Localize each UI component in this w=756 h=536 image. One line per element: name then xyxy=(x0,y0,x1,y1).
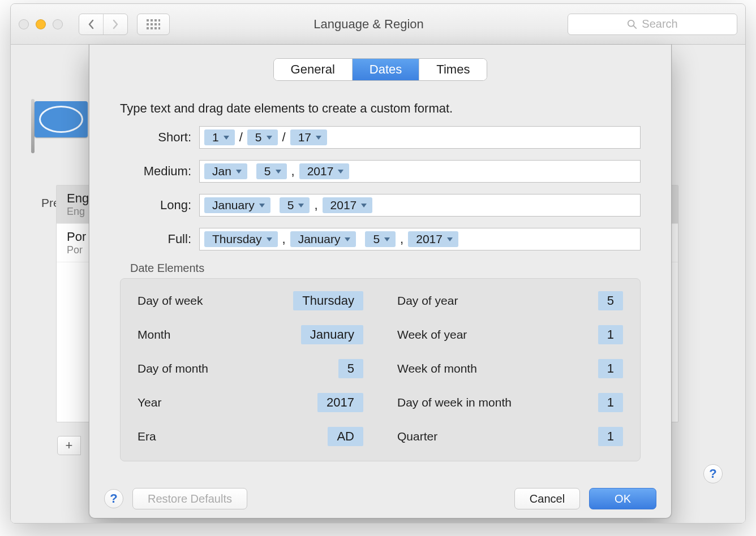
chevron-down-icon xyxy=(316,136,321,140)
token-year-2digit[interactable]: 17 xyxy=(290,129,327,145)
token-month-abbrev[interactable]: Jan xyxy=(204,163,247,179)
chip-week-of-month[interactable]: 1 xyxy=(598,359,623,378)
chip-day-of-month[interactable]: 5 xyxy=(338,359,363,378)
chip-month[interactable]: January xyxy=(301,325,363,344)
chevron-down-icon xyxy=(384,237,390,241)
format-label-long: Long: xyxy=(120,198,199,213)
svg-rect-3 xyxy=(158,19,160,21)
token-month-full[interactable]: January xyxy=(290,231,356,247)
token-day[interactable]: 5 xyxy=(247,129,278,145)
element-year: Year 2017 xyxy=(138,393,363,412)
element-week-of-year: Week of year 1 xyxy=(397,325,623,344)
search-icon xyxy=(627,19,637,29)
close-dot[interactable] xyxy=(19,19,29,29)
format-label-medium: Medium: xyxy=(120,164,199,179)
format-row-full: Full: Thursday , January 5 , 2017 xyxy=(120,228,641,250)
format-field-medium[interactable]: Jan 5 , 2017 xyxy=(199,160,641,183)
chip-era[interactable]: AD xyxy=(328,427,363,446)
tab-general[interactable]: General xyxy=(274,59,352,80)
show-all-button[interactable] xyxy=(138,14,169,34)
dates-sheet: General Dates Times Type text and drag d… xyxy=(89,45,672,518)
preferences-window: Language & Region Search Pref Eng Eng Po… xyxy=(10,3,746,524)
chevron-down-icon xyxy=(338,170,343,174)
element-month: Month January xyxy=(138,325,363,344)
format-field-full[interactable]: Thursday , January 5 , 2017 xyxy=(199,228,641,250)
token-weekday[interactable]: Thursday xyxy=(204,231,278,247)
minimize-dot[interactable] xyxy=(36,19,46,29)
date-elements-group: Date Elements Day of week Thursday Day o… xyxy=(120,262,641,461)
svg-rect-1 xyxy=(151,19,153,21)
chevron-down-icon xyxy=(224,136,229,140)
format-row-long: Long: January 5 , 2017 xyxy=(120,194,641,217)
format-field-short[interactable]: 1 / 5 / 17 xyxy=(199,126,641,149)
search-field[interactable]: Search xyxy=(568,14,737,35)
chevron-down-icon xyxy=(267,136,272,140)
chip-week-of-year[interactable]: 1 xyxy=(598,325,623,344)
chevron-down-icon xyxy=(276,170,281,174)
chevron-down-icon xyxy=(447,237,453,241)
svg-line-13 xyxy=(634,25,637,28)
format-row-medium: Medium: Jan 5 , 2017 xyxy=(120,160,641,183)
svg-rect-2 xyxy=(154,19,157,21)
element-dow-in-month: Day of week in month 1 xyxy=(397,393,623,412)
nav-back-forward xyxy=(79,14,128,35)
help-button-outer[interactable]: ? xyxy=(703,464,723,483)
format-field-long[interactable]: January 5 , 2017 xyxy=(199,194,641,217)
token-day[interactable]: 5 xyxy=(365,231,396,247)
chevron-down-icon xyxy=(236,170,242,174)
chevron-down-icon xyxy=(298,204,304,208)
token-year[interactable]: 2017 xyxy=(299,163,350,179)
region-flag-icon xyxy=(35,101,89,142)
token-month-num[interactable]: 1 xyxy=(204,129,235,145)
chevron-down-icon xyxy=(267,237,272,241)
instruction-text: Type text and drag date elements to crea… xyxy=(120,101,641,116)
chevron-down-icon xyxy=(345,237,350,241)
token-day[interactable]: 5 xyxy=(280,197,310,213)
cancel-button[interactable]: Cancel xyxy=(514,488,580,509)
toolbar: Language & Region Search xyxy=(11,4,745,45)
svg-rect-10 xyxy=(154,27,157,29)
svg-rect-5 xyxy=(151,23,153,25)
restore-defaults-button[interactable]: Restore Defaults xyxy=(132,488,247,509)
forward-button[interactable] xyxy=(103,14,127,34)
element-day-of-week: Day of week Thursday xyxy=(138,291,363,310)
element-week-of-month: Week of month 1 xyxy=(397,359,623,378)
svg-point-12 xyxy=(628,20,634,26)
token-day[interactable]: 5 xyxy=(256,163,287,179)
add-language-button[interactable]: + xyxy=(57,436,81,455)
chevron-down-icon xyxy=(259,204,265,208)
token-year[interactable]: 2017 xyxy=(408,231,458,247)
format-label-short: Short: xyxy=(120,130,199,145)
zoom-dot[interactable] xyxy=(53,19,63,29)
svg-rect-8 xyxy=(147,27,149,29)
search-placeholder: Search xyxy=(642,18,677,31)
format-tabs: General Dates Times xyxy=(89,58,671,81)
format-row-short: Short: 1 / 5 / 17 xyxy=(120,126,641,149)
format-label-full: Full: xyxy=(120,232,199,247)
help-button[interactable]: ? xyxy=(104,489,123,508)
svg-rect-4 xyxy=(147,23,149,25)
ok-button[interactable]: OK xyxy=(589,488,656,509)
sheet-footer: ? Restore Defaults Cancel OK xyxy=(89,479,671,518)
grid-button-group xyxy=(137,14,170,35)
window-title: Language & Region xyxy=(179,17,559,32)
chip-day-of-week[interactable]: Thursday xyxy=(293,291,363,310)
svg-rect-9 xyxy=(151,27,153,29)
svg-rect-11 xyxy=(158,27,160,29)
chip-quarter[interactable]: 1 xyxy=(598,427,623,446)
chip-day-of-year[interactable]: 5 xyxy=(598,291,623,310)
chip-year[interactable]: 2017 xyxy=(317,393,363,412)
window-controls xyxy=(19,19,63,29)
tab-times[interactable]: Times xyxy=(419,59,487,80)
chip-dow-in-month[interactable]: 1 xyxy=(598,393,623,412)
svg-rect-0 xyxy=(147,19,149,21)
svg-rect-6 xyxy=(154,23,157,25)
element-quarter: Quarter 1 xyxy=(397,427,623,446)
chevron-down-icon xyxy=(361,204,367,208)
tab-dates[interactable]: Dates xyxy=(352,59,419,80)
element-day-of-year: Day of year 5 xyxy=(397,291,623,310)
element-day-of-month: Day of month 5 xyxy=(138,359,363,378)
back-button[interactable] xyxy=(79,14,103,34)
token-year[interactable]: 2017 xyxy=(323,197,373,213)
token-month-full[interactable]: January xyxy=(204,197,270,213)
